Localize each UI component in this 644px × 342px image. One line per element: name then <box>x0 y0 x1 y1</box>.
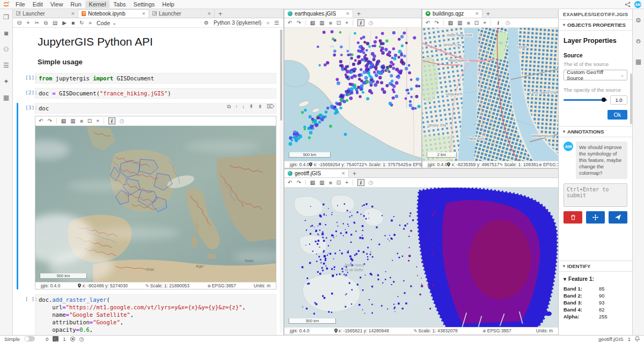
terminals-count[interactable]: 0 <box>46 336 48 342</box>
temporal-icon[interactable]: ◷ <box>506 20 510 26</box>
insert-below-icon[interactable]: ⇟ <box>258 103 262 110</box>
opacity-icon[interactable]: ■ <box>467 20 470 26</box>
tab-launcher-2[interactable]: ↗ Launcher × <box>149 9 215 18</box>
delete-annotation-button[interactable] <box>564 211 582 224</box>
current-file-label[interactable]: geotiff.jGIS <box>598 336 624 342</box>
menu-help[interactable]: Help <box>158 1 178 8</box>
add-layer-icon[interactable]: + <box>345 180 348 185</box>
property-inspector-icon[interactable]: ⚙ <box>635 17 641 24</box>
close-icon[interactable]: × <box>346 10 349 17</box>
menu-file[interactable]: File <box>12 1 29 8</box>
center-annotation-button[interactable] <box>586 211 605 224</box>
basemap-icon[interactable]: ▥ <box>319 20 324 26</box>
running-kernels-icon[interactable]: ◙ <box>4 29 8 37</box>
notification-count[interactable]: 1 <box>628 336 631 342</box>
temporal-icon[interactable]: ◷ <box>369 180 374 185</box>
collaboration-icon[interactable]: ⚇ <box>3 46 9 53</box>
map-buildings[interactable]: West New York Union City Weehawken Hobok… <box>422 28 558 161</box>
undo-icon[interactable]: ↶ <box>288 20 292 26</box>
kernel-name[interactable]: Python 3 (ipykernel) <box>214 20 261 26</box>
delete-cell-icon[interactable]: ⌦ <box>267 103 274 110</box>
move-up-icon[interactable]: ↑ <box>235 103 238 110</box>
history-icon[interactable]: ◷ <box>79 336 84 342</box>
tab-geotiff[interactable]: geotiff.jGIS × <box>284 169 349 177</box>
cut-icon[interactable]: ✂ <box>34 20 39 26</box>
extent-icon[interactable]: ⊡ <box>474 20 479 26</box>
code-cell-2[interactable]: [2]: doc = GISDocument("france_hiking.jG… <box>35 88 276 99</box>
menu-tabs[interactable]: Tabs <box>109 1 129 8</box>
objects-properties-header[interactable]: ▾ OBJECTS PROPERTIES <box>559 20 632 31</box>
jupytergis-panel-icon[interactable]: ▦ <box>3 94 9 101</box>
code-cell-4[interactable]: [ ]: doc.add_raster_layer( url="https://… <box>35 294 276 335</box>
code-cell-3[interactable]: [3]: doc ⧉ ↑ ↓ ⇞ ⇟ ⌦ <box>35 103 276 114</box>
redo-icon[interactable]: ↷ <box>434 20 438 26</box>
save-icon[interactable]: ⛁ <box>17 20 21 26</box>
table-of-contents-icon[interactable]: ☰ <box>3 62 9 69</box>
opacity-icon[interactable]: ■ <box>80 118 83 124</box>
menu-run[interactable]: Run <box>67 1 85 8</box>
identify-icon[interactable]: i <box>357 179 364 186</box>
menu-settings[interactable]: Settings <box>130 1 159 8</box>
basemap-icon[interactable]: ▥ <box>319 180 324 185</box>
insert-above-icon[interactable]: ⇞ <box>249 103 253 110</box>
add-cell-icon[interactable]: + <box>26 20 30 26</box>
sidebar-scrollbar[interactable] <box>630 73 632 124</box>
redo-icon[interactable]: ↷ <box>296 180 301 185</box>
source-select[interactable]: Custom GeoTiff Source ⌄ <box>564 70 627 80</box>
extent-icon[interactable]: ⊡ <box>336 20 341 26</box>
opacity-value[interactable]: 1.0 <box>610 95 627 105</box>
layers-icon[interactable]: ▧ <box>310 180 315 185</box>
identify-icon[interactable]: i <box>495 20 501 26</box>
copy-icon[interactable]: ⧉ <box>44 20 48 26</box>
extent-icon[interactable]: ⊡ <box>336 180 341 185</box>
temporal-icon[interactable]: ◷ <box>369 20 374 26</box>
slider-thumb[interactable] <box>602 98 606 102</box>
close-icon[interactable]: × <box>142 10 145 17</box>
opacity-slider[interactable] <box>564 99 607 101</box>
new-tab-button[interactable]: + <box>482 10 494 18</box>
hamburger-icon[interactable]: ☰ <box>274 20 279 26</box>
redo-icon[interactable]: ↷ <box>296 20 301 26</box>
kernels-count[interactable]: 1 <box>63 336 65 342</box>
new-tab-button[interactable]: + <box>215 10 226 18</box>
code-input[interactable]: from jupytergis import GISDocument <box>35 73 276 84</box>
opacity-icon[interactable]: ■ <box>329 180 332 185</box>
code-input[interactable]: doc = GISDocument("france_hiking.jGIS") <box>35 88 276 99</box>
cell-type-select[interactable]: Code⌄ <box>97 20 117 26</box>
basemap-icon[interactable]: ▥ <box>457 20 462 26</box>
bell-icon[interactable] <box>635 336 640 341</box>
ok-button[interactable]: Ok <box>608 110 627 120</box>
map-france[interactable]: Oran Alger Malta 500 km <box>35 126 276 282</box>
basemap-icon[interactable]: ▥ <box>70 118 75 124</box>
debugger-bug-icon[interactable] <box>635 38 641 44</box>
menu-view[interactable]: View <box>47 1 67 8</box>
stop-icon[interactable]: ■ <box>71 20 75 26</box>
map-earthquakes[interactable]: 500 km <box>284 28 421 161</box>
identify-panel-header[interactable]: ▾ IDENTIFY <box>559 261 632 272</box>
identify-icon[interactable]: i <box>108 117 115 124</box>
undo-icon[interactable]: ↶ <box>39 118 43 124</box>
add-layer-icon[interactable]: + <box>483 20 486 26</box>
new-tab-button[interactable]: + <box>353 10 364 18</box>
menu-kernel[interactable]: Kernel <box>85 1 110 8</box>
add-layer-icon[interactable]: + <box>345 20 348 26</box>
undo-icon[interactable]: ↶ <box>288 180 292 185</box>
close-icon[interactable]: × <box>71 10 75 17</box>
user-avatar[interactable]: AM <box>634 1 641 8</box>
tab-launcher-1[interactable]: ↗ Launcher × <box>13 9 78 18</box>
move-down-icon[interactable]: ↓ <box>242 103 245 110</box>
extent-icon[interactable]: ⊡ <box>87 118 92 124</box>
redo-icon[interactable]: ↷ <box>47 118 52 124</box>
close-icon[interactable]: × <box>475 10 479 17</box>
undo-icon[interactable]: ↶ <box>426 20 430 26</box>
share-icon[interactable] <box>625 2 631 8</box>
menu-edit[interactable]: Edit <box>29 1 47 8</box>
run-all-icon[interactable]: » <box>89 20 92 26</box>
temporal-icon[interactable]: ◷ <box>120 118 125 124</box>
submit-annotation-button[interactable] <box>609 211 627 224</box>
file-browser-icon[interactable]: ❐ <box>3 13 9 21</box>
layers-icon[interactable]: ▧ <box>61 118 66 124</box>
opacity-icon[interactable]: ■ <box>329 20 332 26</box>
identify-icon[interactable]: i <box>357 19 364 26</box>
simple-mode-toggle[interactable] <box>24 336 35 341</box>
